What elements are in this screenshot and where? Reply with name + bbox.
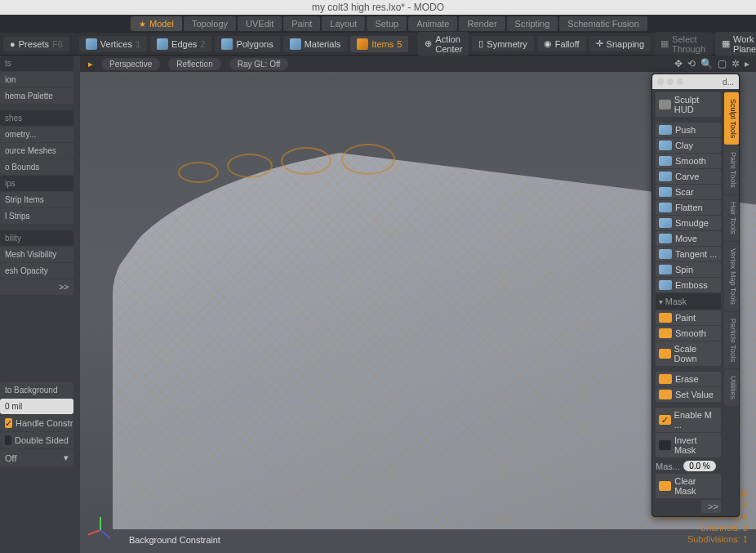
tool-flatten[interactable]: Flatten	[656, 200, 721, 215]
materials-mode[interactable]: Materials	[283, 36, 348, 52]
double-sided-toggle[interactable]: Double Sided	[0, 432, 73, 448]
viewport-header: ▸ Perspective Reflection Ray GL: Off ✥ ⟲…	[80, 56, 756, 72]
left-item[interactable]: ource Meshes	[0, 143, 73, 158]
tool-scar[interactable]: Scar	[656, 185, 721, 199]
tab-setup[interactable]: Setup	[367, 16, 407, 31]
brush-icon	[659, 125, 672, 135]
axis-gizmo[interactable]	[88, 517, 113, 542]
work-plane-button[interactable]: ▦ Work Plane	[715, 32, 756, 56]
sculpt-panel-header[interactable]: d...	[652, 74, 739, 89]
mask-smooth[interactable]: Smooth	[656, 326, 721, 341]
mask-header[interactable]: ▾ Mask	[656, 293, 721, 310]
tab-utilities[interactable]: Utilities	[724, 369, 739, 406]
tab-scripting[interactable]: Scripting	[507, 16, 558, 31]
uncheck-icon	[5, 435, 11, 445]
tab-sculpt-tools[interactable]: Sculpt Tools	[724, 92, 739, 145]
handle-constr-toggle[interactable]: ✓Handle Constr ...	[0, 415, 73, 431]
symmetry-button[interactable]: ▯ Symmetry	[472, 36, 534, 51]
mask-icon	[659, 390, 672, 399]
left-bottom-options: to Background 0 mil ✓Handle Constr ... D…	[0, 382, 73, 467]
tool-smooth[interactable]: Smooth	[656, 154, 721, 168]
tab-hair-tools[interactable]: Hair Tools	[724, 195, 739, 241]
snapping-button[interactable]: ✛ Snapping	[589, 36, 651, 51]
viewport-menu-icon[interactable]: ▸	[88, 59, 93, 69]
move-icon[interactable]: ✥	[674, 58, 683, 69]
tab-render[interactable]: Render	[459, 16, 505, 31]
action-center-button[interactable]: ⊕ Action Center	[418, 32, 469, 56]
left-item[interactable]: o Bounds	[0, 159, 73, 175]
tab-paint[interactable]: Paint	[283, 16, 320, 31]
tool-clay[interactable]: Clay	[656, 138, 721, 153]
sculpt-panel[interactable]: d... Sculpt HUD Push Clay Smooth Carve S…	[651, 74, 740, 517]
off-dropdown[interactable]: Off ▾	[0, 449, 73, 466]
items-mode[interactable]: Items 5	[350, 36, 408, 52]
window-dot[interactable]	[657, 78, 664, 85]
rotate-icon[interactable]: ⟲	[687, 58, 696, 69]
mask-paint[interactable]: Paint	[656, 310, 721, 325]
brush-icon	[659, 249, 672, 259]
tool-tangent[interactable]: Tangent ...	[656, 247, 721, 261]
mask-label: Mas...	[656, 462, 680, 471]
vertices-mode[interactable]: Vertices 1	[79, 36, 147, 52]
tool-push[interactable]: Push	[656, 123, 721, 137]
mask-scale-down[interactable]: Scale Down	[656, 341, 721, 366]
raygl-button[interactable]: Ray GL: Off	[229, 58, 289, 70]
falloff-button[interactable]: ◉ Falloff	[537, 36, 586, 51]
tab-model[interactable]: ★Model	[131, 16, 182, 31]
tool-smudge[interactable]: Smudge	[656, 216, 721, 230]
invert-mask-toggle[interactable]: Invert Mask	[656, 433, 721, 457]
brush-icon	[659, 172, 672, 181]
left-item[interactable]: Strip Items	[0, 192, 73, 207]
tab-particle-tools[interactable]: Particle Tools	[724, 312, 739, 368]
sculpt-hud-button[interactable]: Sculpt HUD	[656, 92, 721, 117]
edges-mode[interactable]: Edges 2	[150, 36, 211, 52]
hud-icon	[659, 100, 671, 109]
mask-set-value[interactable]: Set Value	[656, 387, 721, 402]
reflection-button[interactable]: Reflection	[168, 58, 220, 70]
tab-animate[interactable]: Animate	[408, 16, 457, 31]
left-item[interactable]: hema Palette	[0, 88, 73, 104]
mask-erase[interactable]: Erase	[656, 372, 721, 386]
perspective-button[interactable]: Perspective	[101, 58, 160, 70]
tool-emboss[interactable]: Emboss	[656, 278, 721, 292]
tool-carve[interactable]: Carve	[656, 169, 721, 184]
gear-icon[interactable]: ✲	[732, 58, 740, 69]
mask-value-input[interactable]	[683, 461, 716, 471]
tab-paint-tools[interactable]: Paint Tools	[724, 145, 739, 194]
left-item[interactable]: esh Opacity	[0, 263, 73, 279]
tab-vertex-map-tools[interactable]: Vertex Map Tools	[724, 242, 739, 311]
window-dot[interactable]	[667, 78, 674, 85]
distance-field[interactable]: 0 mil	[0, 399, 73, 414]
cube-icon	[86, 38, 97, 50]
cube-icon	[290, 38, 301, 50]
tab-topology[interactable]: Topology	[184, 16, 236, 31]
fit-icon[interactable]: ▢	[718, 58, 727, 69]
tool-move[interactable]: Move	[656, 231, 721, 246]
left-arrow[interactable]: >>	[0, 279, 73, 295]
clear-mask-button[interactable]: Clear Mask	[656, 474, 721, 498]
window-dot[interactable]	[677, 78, 683, 85]
left-item[interactable]: ts	[0, 56, 73, 71]
zoom-icon[interactable]: 🔍	[700, 58, 713, 69]
brush-icon	[659, 234, 672, 243]
tab-schematic[interactable]: Schematic Fusion	[559, 16, 647, 31]
left-item[interactable]: bility	[0, 230, 73, 246]
left-item[interactable]: ometry...	[0, 127, 73, 142]
cube-icon	[157, 38, 168, 50]
select-through-button[interactable]: ▦ Select Through	[654, 32, 712, 56]
left-item[interactable]: ion	[0, 72, 73, 87]
left-item[interactable]: Mesh Visibility	[0, 247, 73, 262]
polygons-mode[interactable]: Polygons	[215, 36, 279, 52]
sculpt-tools-column: Sculpt HUD Push Clay Smooth Carve Scar F…	[652, 89, 724, 516]
deco-ring	[341, 144, 395, 175]
left-item[interactable]: ips	[0, 176, 73, 191]
chevron-icon[interactable]: ▸	[745, 58, 749, 69]
left-item[interactable]: shes	[0, 110, 73, 126]
tab-uvedit[interactable]: UVEdit	[238, 16, 282, 31]
panel-arrow[interactable]: >>	[701, 500, 721, 513]
left-item[interactable]: l Strips	[0, 208, 73, 224]
enable-mask-toggle[interactable]: ✓Enable M ...	[656, 408, 721, 432]
presets-button[interactable]: ●Presets F6	[3, 37, 69, 51]
tool-spin[interactable]: Spin	[656, 262, 721, 277]
tab-layout[interactable]: Layout	[322, 16, 365, 31]
